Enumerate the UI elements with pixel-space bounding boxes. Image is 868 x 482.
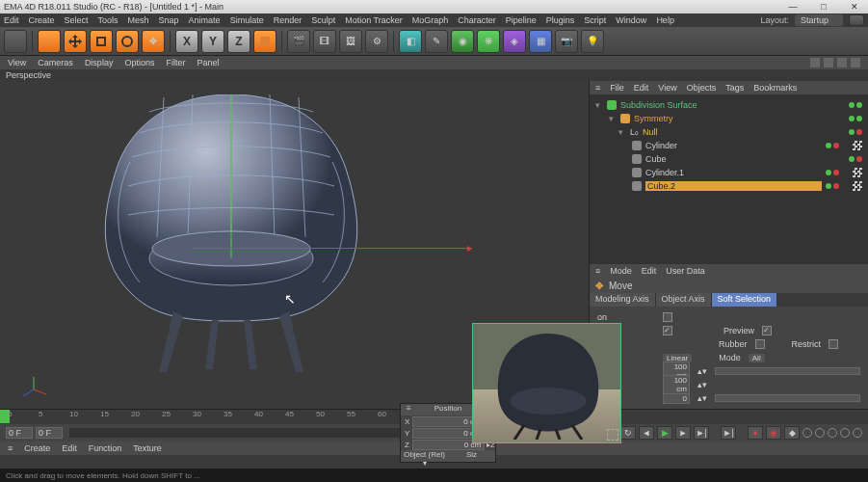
tree-subdiv[interactable]: Subdivision Surface xyxy=(620,100,845,110)
view-nav-icon[interactable] xyxy=(851,58,860,67)
subdivision-button[interactable]: ◉ xyxy=(451,30,474,53)
autokey-button[interactable]: ◉ xyxy=(766,426,781,440)
radius-slider[interactable] xyxy=(715,367,860,375)
live-select-button[interactable] xyxy=(38,30,61,53)
rec-pla-toggle[interactable] xyxy=(853,428,862,438)
obj-menu-tags[interactable]: Tags xyxy=(725,83,744,93)
menu-character[interactable]: Character xyxy=(458,15,496,25)
menu-motion-tracker[interactable]: Motion Tracker xyxy=(345,15,403,25)
preview-chk2[interactable] xyxy=(762,326,772,335)
picture-viewer-button[interactable]: 🖼 xyxy=(339,30,362,53)
cube-primitive-button[interactable]: ◧ xyxy=(399,30,422,53)
mat-menu-function[interactable]: Function xyxy=(89,443,122,453)
menu-mograph[interactable]: MoGraph xyxy=(412,15,449,25)
combined-tool-button[interactable]: ✥ xyxy=(142,30,165,53)
frame-current[interactable]: 0 F xyxy=(36,427,63,439)
keyframe-button[interactable]: ◆ xyxy=(784,426,800,440)
goto-end-button[interactable]: ►| xyxy=(721,426,736,440)
coord-system-button[interactable] xyxy=(253,30,276,53)
menu-window[interactable]: Window xyxy=(616,15,646,25)
z-axis-toggle[interactable]: Z xyxy=(227,30,250,53)
pen-tool-button[interactable]: ✎ xyxy=(425,30,448,53)
rec-pos-toggle[interactable] xyxy=(802,428,812,438)
view-nav-icon[interactable] xyxy=(810,58,820,67)
menu-create[interactable]: Create xyxy=(29,15,55,25)
next-frame-button[interactable]: ► xyxy=(675,426,691,440)
tree-cylinder1[interactable]: Cylinder.1 xyxy=(645,168,822,177)
restrict-checkbox[interactable] xyxy=(829,339,838,349)
menu-mesh[interactable]: Mesh xyxy=(128,15,149,25)
obj-menu-edit[interactable]: Edit xyxy=(634,83,649,93)
environment-button[interactable]: ▦ xyxy=(529,30,552,53)
tab-object-axis[interactable]: Object Axis xyxy=(656,293,712,307)
menu-render[interactable]: Render xyxy=(274,15,302,25)
render-settings-button[interactable]: 🎞 xyxy=(313,30,336,53)
record-button[interactable]: ● xyxy=(748,426,763,440)
object-tree[interactable]: ▾Subdivision Surface ▾Symmetry ▾L₀Null C… xyxy=(590,94,868,191)
layout-dropdown[interactable]: Startup xyxy=(795,14,843,26)
menu-simulate[interactable]: Simulate xyxy=(230,15,264,25)
menu-pipeline[interactable]: Pipeline xyxy=(506,15,537,25)
tree-cube2[interactable]: Cube.2 xyxy=(645,181,822,191)
rec-rot-toggle[interactable] xyxy=(828,428,837,438)
tag-icon[interactable] xyxy=(853,141,862,150)
tree-cube[interactable]: Cube xyxy=(645,154,845,164)
undo-button[interactable] xyxy=(4,30,27,53)
menu-edit[interactable]: Edit xyxy=(4,15,19,25)
attr-menu-mode[interactable]: Mode xyxy=(610,266,632,276)
deformer-button[interactable]: ◈ xyxy=(503,30,526,53)
mat-menu-create[interactable]: Create xyxy=(24,443,50,453)
rotate-tool-button[interactable] xyxy=(116,30,139,53)
frame-start[interactable]: 0 F xyxy=(6,427,33,439)
menu-tools[interactable]: Tools xyxy=(98,15,118,25)
attr-menu-userdata[interactable]: User Data xyxy=(666,266,705,276)
tree-null[interactable]: Null xyxy=(643,127,845,137)
camera-button[interactable]: 📷 xyxy=(555,30,578,53)
value-field[interactable]: 0 xyxy=(663,393,690,404)
x-axis-toggle[interactable]: X xyxy=(175,30,198,53)
menu-sculpt[interactable]: Sculpt xyxy=(311,15,335,25)
menu-plugins[interactable]: Plugins xyxy=(546,15,575,25)
resize-handle-icon[interactable] xyxy=(607,429,618,441)
layout-icon[interactable] xyxy=(849,14,864,26)
view-menu[interactable]: View xyxy=(8,58,26,67)
tree-cylinder[interactable]: Cylinder xyxy=(645,141,822,150)
next-key-button[interactable]: ►| xyxy=(694,426,709,440)
close-button[interactable]: ✕ xyxy=(845,2,864,12)
render-view-button[interactable]: 🎬 xyxy=(287,30,310,53)
menu-animate[interactable]: Animate xyxy=(189,15,221,25)
menu-snap[interactable]: Snap xyxy=(159,15,179,25)
reference-image[interactable] xyxy=(472,323,621,443)
obj-menu-objects[interactable]: Objects xyxy=(687,83,717,93)
rec-scale-toggle[interactable] xyxy=(815,428,825,438)
mat-menu-texture[interactable]: Texture xyxy=(133,443,162,453)
tag-icon[interactable] xyxy=(853,168,862,177)
options-menu[interactable]: Options xyxy=(124,58,154,67)
mat-menu-edit[interactable]: Edit xyxy=(62,443,77,453)
scale-tool-button[interactable] xyxy=(90,30,113,53)
display-menu[interactable]: Display xyxy=(85,58,114,67)
on-checkbox[interactable] xyxy=(663,312,672,322)
menu-help[interactable]: Help xyxy=(656,15,674,25)
play-button[interactable]: ▶ xyxy=(657,426,672,440)
cameras-menu[interactable]: Cameras xyxy=(38,58,73,67)
prev-frame-button[interactable]: ◄ xyxy=(639,426,654,440)
y-axis-toggle[interactable]: Y xyxy=(201,30,224,53)
obj-menu-file[interactable]: File xyxy=(610,83,624,93)
coord-mode-dropdown[interactable]: Object (Rel) ▾ xyxy=(401,450,448,462)
move-tool-button[interactable] xyxy=(64,30,87,53)
coord-size-dropdown[interactable]: Siz xyxy=(448,450,495,462)
light-button[interactable]: 💡 xyxy=(581,30,604,53)
render-queue-button[interactable]: ⚙ xyxy=(365,30,388,53)
filter-menu[interactable]: Filter xyxy=(166,58,185,67)
maximize-button[interactable]: □ xyxy=(814,2,833,12)
view-nav-icon[interactable] xyxy=(824,58,833,67)
menu-select[interactable]: Select xyxy=(65,15,89,25)
prev-key-button[interactable]: ↻ xyxy=(620,426,636,440)
value-slider[interactable] xyxy=(715,394,860,402)
tab-soft-selection[interactable]: Soft Selection xyxy=(712,293,778,307)
tab-modeling-axis[interactable]: Modeling Axis xyxy=(590,293,656,307)
view-nav-icon[interactable] xyxy=(837,58,847,67)
radius-field-2[interactable]: 100 cm xyxy=(663,375,690,394)
menu-script[interactable]: Script xyxy=(584,15,606,25)
